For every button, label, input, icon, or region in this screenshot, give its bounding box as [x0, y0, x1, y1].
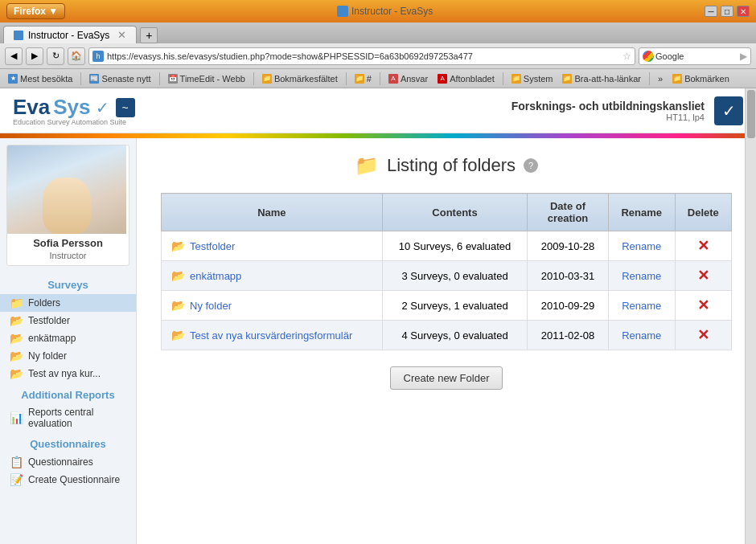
sidebar-item-create-questionnaire[interactable]: 📝 Create Questionnaire: [0, 471, 136, 489]
sidebar-item-reports-central[interactable]: 📊 Reports central evaluation: [0, 404, 136, 432]
address-text: https://evasys.his.se/evasys/studien.php…: [107, 51, 619, 61]
delete-button-3[interactable]: ✕: [685, 326, 721, 344]
bm-favicon-8: 📁: [512, 74, 521, 84]
bm-sep-4: [346, 72, 347, 85]
page-title: Listing of folders: [387, 155, 516, 176]
address-bar[interactable]: h https://evasys.his.se/evasys/studien.p…: [88, 47, 635, 65]
tab-close[interactable]: ✕: [117, 29, 126, 41]
active-tab[interactable]: Instructor - EvaSys ✕: [3, 26, 137, 43]
maximize-button[interactable]: □: [721, 6, 733, 17]
page-folder-icon: 📁: [355, 154, 379, 177]
folder-date-2: 2010-09-29: [528, 291, 608, 321]
firefox-button[interactable]: Firefox ▼: [6, 3, 65, 19]
bm-sep-5: [380, 72, 380, 85]
user-photo: [7, 145, 126, 234]
delete-button-0[interactable]: ✕: [685, 237, 721, 255]
minimize-button[interactable]: ─: [705, 6, 717, 17]
folder-name-1: enkätmapp: [190, 270, 241, 282]
folder-contents-3: 4 Surveys, 0 evaluated: [382, 321, 528, 350]
folder-date-1: 2010-03-31: [528, 261, 608, 291]
page-content: Eva Sys ✓ ~ Education Survey Automation …: [0, 88, 756, 544]
tab-favicon: [14, 31, 23, 40]
bm-most-visited[interactable]: ★ Mest besökta: [5, 73, 76, 84]
rename-link-3[interactable]: Rename: [622, 329, 661, 342]
bm-aftonbladet[interactable]: A Aftonbladet: [434, 73, 498, 84]
bm-hash[interactable]: 📁 #: [351, 73, 375, 84]
header-check-icon: ✓: [714, 96, 743, 125]
bm-favicon-1: ★: [8, 74, 18, 84]
bm-favicon-4: 📁: [262, 74, 272, 84]
additional-reports-title: Additional Reports: [0, 382, 136, 404]
col-date: Date ofcreation: [528, 194, 608, 231]
folder-link-3[interactable]: 📂 Test av nya kursvärderingsformulär: [171, 329, 372, 342]
questionnaires-icon: 📋: [10, 456, 23, 468]
close-button[interactable]: ✕: [737, 6, 750, 17]
help-icon[interactable]: ?: [524, 158, 538, 173]
bm-latest[interactable]: 📰 Senaste nytt: [86, 73, 154, 84]
bookmark-star[interactable]: ☆: [622, 51, 631, 62]
search-go[interactable]: ▶: [740, 51, 747, 62]
back-button[interactable]: ◀: [5, 47, 23, 65]
delete-button-2[interactable]: ✕: [685, 297, 721, 314]
col-delete: Delete: [675, 194, 731, 231]
folder-row-icon-1: 📂: [171, 269, 185, 282]
col-contents: Contents: [382, 194, 528, 231]
page-scrollbar[interactable]: [745, 88, 756, 544]
testfolder-icon: 📂: [10, 314, 23, 327]
rename-link-1[interactable]: Rename: [622, 270, 661, 282]
search-text: Google: [655, 51, 738, 61]
surveys-section-title: Surveys: [0, 272, 136, 294]
folder-name-2: Ny folder: [190, 300, 232, 312]
table-row: 📂 Ny folder 2 Surveys, 1 evaluated 2010-…: [162, 291, 732, 321]
new-tab-button[interactable]: +: [140, 27, 158, 43]
user-name: Sofia Persson: [7, 234, 129, 251]
delete-button-1[interactable]: ✕: [685, 267, 721, 284]
search-bar[interactable]: Google ▶: [639, 47, 751, 65]
bm-ansvar[interactable]: A Ansvar: [385, 73, 431, 84]
table-row: 📂 Testfolder 10 Surveys, 6 evaluated 200…: [162, 231, 732, 261]
rename-link-0[interactable]: Rename: [622, 240, 661, 252]
col-name: Name: [162, 194, 383, 231]
bm-bokmarken[interactable]: 📁 Bokmärken: [669, 73, 733, 84]
page-area: Eva Sys ✓ ~ Education Survey Automation …: [0, 88, 756, 544]
enkatmapp-icon: 📂: [10, 332, 23, 345]
reports-central-label: Reports central evaluation: [28, 407, 126, 429]
home-button[interactable]: 🏠: [68, 47, 85, 65]
forward-button[interactable]: ▶: [26, 47, 43, 65]
sidebar: Sofia Persson Instructor Surveys 📁 Folde…: [0, 138, 137, 544]
window-title-favicon: [337, 6, 348, 17]
create-questionnaire-label: Create Questionnaire: [28, 474, 120, 485]
ny-folder-icon: 📂: [10, 350, 23, 362]
bm-bra[interactable]: 📁 Bra-att-ha-länkar: [559, 73, 644, 84]
folder-contents-0: 10 Surveys, 6 evaluated: [382, 231, 528, 261]
refresh-button[interactable]: ↻: [47, 47, 64, 65]
scroll-thumb[interactable]: [747, 90, 755, 138]
bm-folder[interactable]: 📁 Bokmärkesfältet: [259, 73, 341, 84]
sidebar-item-folders[interactable]: 📁 Folders: [0, 294, 136, 312]
reports-central-icon: 📊: [10, 411, 23, 424]
sidebar-item-questionnaires[interactable]: 📋 Questionnaires: [0, 453, 136, 471]
folder-icon: 📁: [10, 297, 23, 309]
tab-title: Instructor - EvaSys: [28, 30, 109, 41]
folder-link-2[interactable]: 📂 Ny folder: [171, 299, 372, 312]
sidebar-item-test-av[interactable]: 📂 Test av nya kur...: [0, 365, 136, 382]
bm-sep-2: [159, 72, 160, 85]
bookmarks-bar: ★ Mest besökta 📰 Senaste nytt 📅 TimeEdit…: [0, 69, 756, 88]
questionnaires-section-title: Questionnaires: [0, 432, 136, 453]
rename-link-2[interactable]: Rename: [622, 300, 661, 312]
enkatmapp-label: enkätmapp: [28, 333, 76, 344]
sidebar-item-ny-folder[interactable]: 📂 Ny folder: [0, 347, 136, 365]
org-name: Forsknings- och utbildningskansliet: [512, 100, 705, 112]
create-folder-button[interactable]: Create new Folder: [390, 366, 503, 390]
folder-link-0[interactable]: 📂 Testfolder: [171, 239, 372, 252]
sidebar-item-testfolder[interactable]: 📂 Testfolder: [0, 312, 136, 329]
sidebar-item-enkatmapp[interactable]: 📂 enkätmapp: [0, 329, 136, 347]
bm-system[interactable]: 📁 System: [508, 73, 557, 84]
bm-sep-1: [80, 72, 81, 85]
user-role: Instructor: [7, 251, 129, 265]
bm-favicon-2: 📰: [89, 74, 99, 84]
bm-more[interactable]: »: [655, 73, 666, 84]
bm-timeedit[interactable]: 📅 TimeEdit - Webb: [165, 73, 249, 84]
folder-link-1[interactable]: 📂 enkätmapp: [171, 269, 372, 282]
google-icon: [643, 51, 654, 62]
